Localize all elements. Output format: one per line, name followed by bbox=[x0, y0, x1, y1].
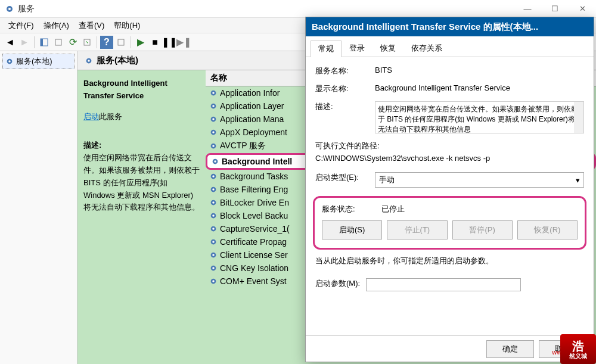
stop-button[interactable]: ■ bbox=[148, 36, 162, 49]
pause-svc-button: 暂停(P) bbox=[452, 220, 513, 239]
minimize-button[interactable]: — bbox=[514, 0, 541, 18]
gear-icon bbox=[209, 128, 218, 136]
status-group: 服务状态: 已停止 启动(S) 停止(T) 暂停(P) 恢复(R) bbox=[313, 196, 586, 250]
maximize-button[interactable]: ☐ bbox=[541, 0, 569, 18]
tree-root-label: 服务(本地) bbox=[16, 56, 52, 67]
service-row-label: Certificate Propag bbox=[220, 237, 287, 247]
params-input[interactable] bbox=[366, 278, 521, 291]
menu-action[interactable]: 操作(A) bbox=[39, 18, 74, 33]
resume-button: 恢复(R) bbox=[517, 220, 578, 239]
help-button[interactable]: ? bbox=[100, 36, 113, 49]
tree-root[interactable]: 服务(本地) bbox=[2, 54, 74, 69]
tab-general[interactable]: 常规 bbox=[311, 41, 342, 57]
watermark-logo: 浩 然义城 bbox=[560, 334, 596, 364]
back-button[interactable]: ◄ bbox=[4, 36, 17, 49]
value-display-name: Background Intelligent Transfer Service bbox=[375, 83, 584, 92]
scrollbar[interactable] bbox=[574, 102, 583, 133]
description-box[interactable]: 使用空闲网络带宽在后台传送文件。如果该服务被禁用，则依赖于 BITS 的任何应用… bbox=[375, 101, 584, 133]
label-display-name: 显示名称: bbox=[315, 83, 375, 94]
menu-file[interactable]: 文件(F) bbox=[4, 18, 39, 33]
label-startup-type: 启动类型(E): bbox=[315, 172, 375, 183]
detail-column: Background Intelligent Transfer Service … bbox=[77, 70, 206, 364]
menu-help[interactable]: 帮助(H) bbox=[109, 18, 145, 33]
service-row-label: AppX Deployment bbox=[220, 127, 287, 137]
service-row-label: Client License Ser bbox=[220, 250, 288, 260]
start-link[interactable]: 启动 bbox=[83, 112, 99, 121]
gear-icon bbox=[209, 238, 218, 246]
label-service-name: 服务名称: bbox=[315, 66, 375, 76]
service-row-label: CNG Key Isolation bbox=[220, 263, 288, 273]
chevron-down-icon: ▾ bbox=[576, 176, 580, 185]
properties-dialog: Background Intelligent Transfer Service … bbox=[305, 17, 594, 362]
gear-icon bbox=[209, 185, 218, 194]
service-row-label: Application Mana bbox=[220, 114, 284, 124]
gear-icon bbox=[209, 277, 218, 285]
service-row-label: CaptureService_1( bbox=[220, 224, 290, 234]
gear-icon bbox=[209, 211, 218, 220]
stop-button: 停止(T) bbox=[387, 220, 447, 239]
gear-icon bbox=[209, 198, 218, 207]
gear-icon bbox=[209, 225, 218, 233]
ok-button[interactable]: 确定 bbox=[486, 340, 534, 358]
service-row-label: Background Tasks bbox=[220, 172, 288, 181]
gear-icon bbox=[209, 102, 218, 110]
hint-text: 当从此处启动服务时，你可指定所适用的启动参数。 bbox=[315, 256, 584, 266]
start-service-line: 启动此服务 bbox=[83, 111, 200, 123]
tree-pane: 服务(本地) bbox=[0, 51, 77, 364]
label-status: 服务状态: bbox=[322, 204, 381, 214]
value-service-name[interactable]: BITS bbox=[375, 66, 392, 74]
tab-dependencies[interactable]: 依存关系 bbox=[403, 40, 450, 57]
menu-view[interactable]: 查看(V) bbox=[74, 18, 109, 33]
tab-logon[interactable]: 登录 bbox=[342, 40, 372, 57]
pause-button[interactable]: ❚❚ bbox=[163, 36, 176, 49]
value-exe-path: C:\WINDOWS\System32\svchost.exe -k netsv… bbox=[315, 154, 490, 163]
service-row-label: BitLocker Drive En bbox=[220, 198, 289, 207]
gear-icon bbox=[209, 115, 218, 123]
app-icon bbox=[5, 4, 14, 14]
tool-button[interactable] bbox=[114, 36, 128, 49]
restart-button[interactable]: ▶❚ bbox=[177, 36, 190, 49]
service-row-label: Background Intell bbox=[222, 157, 292, 166]
play-button[interactable]: ▶ bbox=[134, 36, 147, 49]
service-row-label: Application Layer bbox=[220, 101, 284, 111]
titlebar: 服务 — ☐ ✕ bbox=[0, 0, 596, 18]
service-row-label: Application Infor bbox=[220, 88, 280, 98]
forward-button[interactable]: ► bbox=[18, 36, 31, 49]
service-row-label: Block Level Backu bbox=[220, 211, 288, 220]
close-button[interactable]: ✕ bbox=[569, 0, 596, 18]
dialog-tabs: 常规 登录 恢复 依存关系 bbox=[306, 36, 594, 57]
svg-rect-6 bbox=[118, 39, 124, 45]
label-exe-path: 可执行文件的路径: bbox=[315, 141, 380, 151]
label-description: 描述: bbox=[315, 101, 375, 112]
dialog-title: Background Intelligent Transfer Service … bbox=[306, 17, 594, 36]
refresh-button[interactable]: ⟳ bbox=[66, 36, 79, 49]
view-button[interactable] bbox=[38, 36, 51, 49]
gear-icon bbox=[209, 264, 218, 272]
service-row-label: AVCTP 服务 bbox=[220, 141, 266, 151]
start-button[interactable]: 启动(S) bbox=[322, 220, 382, 239]
window-title: 服务 bbox=[18, 4, 514, 14]
export-button[interactable] bbox=[80, 36, 94, 49]
service-row-label: Base Filtering Eng bbox=[220, 185, 288, 194]
svg-rect-4 bbox=[55, 39, 61, 45]
gear-icon bbox=[209, 251, 218, 259]
gear-icon bbox=[209, 142, 218, 150]
tab-recovery[interactable]: 恢复 bbox=[372, 40, 403, 57]
selected-service-name: Background Intelligent Transfer Service bbox=[83, 77, 200, 102]
startup-type-combo[interactable]: 手动 ▾ bbox=[375, 172, 584, 188]
desc-label: 描述: bbox=[83, 139, 200, 152]
svg-rect-3 bbox=[41, 39, 43, 46]
value-status: 已停止 bbox=[381, 204, 578, 214]
gear-icon bbox=[209, 172, 218, 181]
label-params: 启动参数(M): bbox=[315, 278, 360, 289]
props-button[interactable] bbox=[52, 36, 65, 49]
gear-icon bbox=[209, 89, 218, 97]
gear-icon bbox=[211, 157, 219, 166]
service-row-label: COM+ Event Syst bbox=[220, 276, 287, 286]
desc-text: 使用空闲网络带宽在后台传送文件。如果该服务被禁用，则依赖于 BITS 的任何应用… bbox=[83, 152, 200, 214]
